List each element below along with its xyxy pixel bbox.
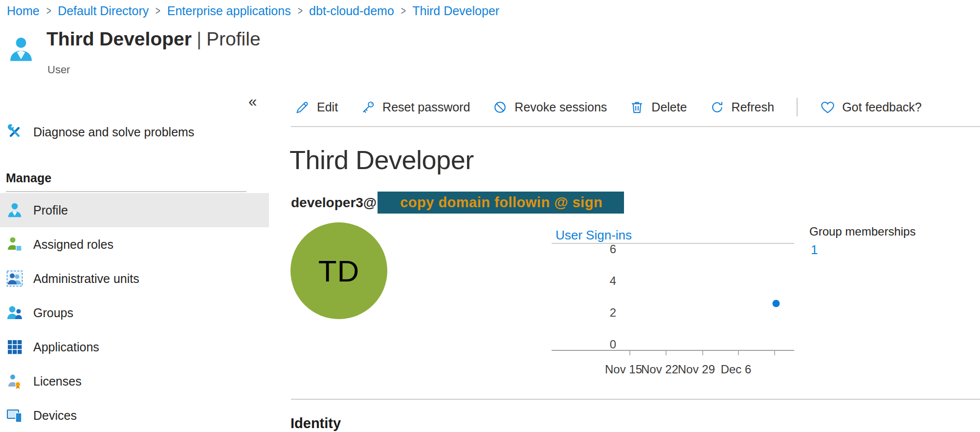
x-axis-line [552, 350, 794, 351]
object-type-label: User [47, 64, 70, 76]
user-sign-ins-link[interactable]: User Sign-ins [556, 228, 632, 243]
sidebar-item-licenses[interactable]: Licenses [0, 364, 269, 398]
x-axis-tick-label: Nov 15 [605, 363, 642, 376]
chevron-right-icon: > [401, 4, 405, 18]
refresh-icon [710, 100, 725, 115]
delete-label: Delete [651, 100, 687, 114]
got-feedback-button[interactable]: Got feedback? [820, 100, 922, 115]
got-feedback-label: Got feedback? [842, 100, 922, 114]
avatar: TD [290, 222, 387, 319]
sidebar-item-label: Devices [33, 409, 77, 423]
sidebar-item-label: Assigned roles [33, 238, 113, 252]
sidebar-item-label: Profile [33, 203, 68, 217]
sidebar-item-devices[interactable]: Devices [0, 398, 269, 432]
x-axis-tick [702, 351, 703, 355]
breadcrumb-home[interactable]: Home [7, 4, 40, 18]
user-icon [8, 32, 34, 66]
sidebar-item-assigned-roles[interactable]: Assigned roles [0, 227, 269, 261]
sidebar-item-diagnose[interactable]: Diagnose and solve problems [0, 120, 269, 144]
block-icon [492, 100, 508, 115]
x-axis-tick [629, 351, 630, 355]
page-title-separator: | [192, 28, 206, 49]
upn-prefix: developer3@ [291, 195, 377, 211]
signin-data-point [772, 300, 780, 307]
sidebar-item-label: Diagnose and solve problems [33, 125, 194, 139]
user-display-name: Third Developer [290, 145, 474, 175]
pencil-icon [295, 100, 310, 115]
page-title: Third Developer|Profile [46, 28, 261, 50]
sidebar-item-label: Administrative units [33, 272, 139, 286]
sidebar-item-profile[interactable]: Profile [0, 193, 269, 227]
sidebar-item-label: Licenses [33, 374, 82, 389]
trash-icon [629, 100, 645, 115]
edit-label: Edit [317, 100, 338, 114]
chevron-right-icon: > [156, 4, 160, 18]
revoke-sessions-label: Revoke sessions [514, 100, 607, 114]
person-icon [6, 202, 23, 218]
x-axis-tick-label: Dec 6 [721, 363, 752, 376]
edit-button[interactable]: Edit [295, 100, 338, 115]
chevron-right-icon: > [297, 4, 302, 18]
license-icon [6, 373, 23, 389]
avatar-initials: TD [318, 254, 360, 288]
admin-units-icon [6, 270, 23, 287]
command-bar: Edit Reset password Revoke sessions Dele… [295, 96, 922, 118]
sidebar-item-applications[interactable]: Applications [0, 330, 269, 364]
breadcrumb: Home > Default Directory > Enterprise ap… [7, 4, 499, 18]
x-axis-tick [666, 351, 667, 355]
x-axis-tick-label: Nov 29 [678, 363, 715, 376]
reset-password-button[interactable]: Reset password [360, 100, 470, 115]
user-principal-name: developer3@ copy domain followin @ sign [291, 192, 624, 214]
sidebar-section-manage: Manage [6, 171, 51, 185]
sidebar-item-groups[interactable]: Groups [0, 296, 269, 330]
sidebar-collapse-button[interactable]: « [248, 93, 257, 110]
chevron-right-icon: > [46, 4, 51, 18]
group-memberships-count-link[interactable]: 1 [811, 242, 818, 258]
sidebar-item-administrative-units[interactable]: Administrative units [0, 261, 269, 296]
revoke-sessions-button[interactable]: Revoke sessions [492, 100, 607, 115]
domain-redaction-overlay: copy domain followin @ sign [378, 192, 624, 214]
tools-icon [6, 124, 23, 140]
y-axis-tick-label: 4 [577, 274, 616, 288]
section-divider [291, 399, 980, 400]
sidebar-divider [6, 191, 246, 192]
breadcrumb-default-directory[interactable]: Default Directory [58, 4, 149, 18]
grid-icon [6, 339, 23, 355]
toolbar-bottom-border [291, 126, 980, 127]
refresh-label: Refresh [732, 100, 775, 114]
page-title-name: Third Developer [46, 28, 192, 49]
redaction-note: copy domain followin @ sign [400, 194, 602, 211]
x-axis-tick [738, 351, 739, 355]
identity-section-heading: Identity [290, 415, 341, 432]
people-icon [6, 304, 23, 321]
reset-password-label: Reset password [382, 100, 470, 114]
toolbar-divider [797, 98, 798, 116]
sidebar-item-label: Applications [33, 340, 99, 354]
page-title-view: Profile [206, 28, 261, 49]
breadcrumb-third-developer[interactable]: Third Developer [412, 4, 499, 18]
breadcrumb-enterprise-applications[interactable]: Enterprise applications [167, 4, 291, 18]
sidebar-item-label: Groups [33, 306, 73, 320]
breadcrumb-dbt-cloud-demo[interactable]: dbt-cloud-demo [309, 4, 394, 18]
y-axis-tick-label: 6 [577, 242, 616, 257]
devices-icon [6, 407, 23, 424]
key-icon [360, 100, 376, 115]
group-memberships-label: Group memberships [809, 225, 915, 238]
delete-button[interactable]: Delete [629, 100, 687, 115]
x-axis-tick [774, 351, 775, 355]
heart-icon [820, 100, 835, 115]
refresh-button[interactable]: Refresh [710, 100, 775, 115]
y-axis-tick-label: 2 [577, 305, 616, 320]
user-profile-page: Home > Default Directory > Enterprise ap… [0, 0, 980, 432]
x-axis-tick-label: Nov 22 [641, 363, 678, 376]
person-role-icon [6, 236, 23, 253]
